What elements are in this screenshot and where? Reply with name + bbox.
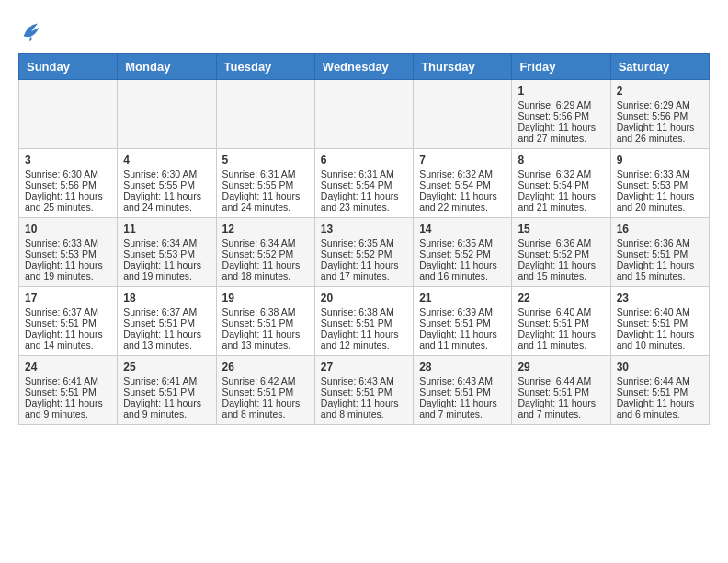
day-info: Sunset: 5:51 PM <box>123 386 210 397</box>
day-number: 27 <box>321 361 407 373</box>
day-info: Sunset: 5:55 PM <box>222 179 309 190</box>
day-info: Sunrise: 6:39 AM <box>419 306 506 317</box>
day-info: Sunset: 5:53 PM <box>123 248 210 259</box>
day-info: Daylight: 11 hours and 9 minutes. <box>25 397 111 419</box>
calendar-cell: 17Sunrise: 6:37 AMSunset: 5:51 PMDayligh… <box>19 287 118 356</box>
day-number: 3 <box>25 154 111 167</box>
logo <box>18 18 48 44</box>
calendar-cell: 6Sunrise: 6:31 AMSunset: 5:54 PMDaylight… <box>314 149 413 218</box>
day-info: Sunset: 5:56 PM <box>25 179 111 190</box>
calendar-cell <box>216 80 314 149</box>
day-info: Sunset: 5:51 PM <box>617 386 703 397</box>
calendar-cell: 9Sunrise: 6:33 AMSunset: 5:53 PMDaylight… <box>610 149 709 218</box>
day-info: Daylight: 11 hours and 6 minutes. <box>617 397 703 419</box>
day-info: Sunset: 5:52 PM <box>222 248 309 259</box>
calendar-cell: 2Sunrise: 6:29 AMSunset: 5:56 PMDaylight… <box>610 80 709 149</box>
calendar-cell: 28Sunrise: 6:43 AMSunset: 5:51 PMDayligh… <box>414 356 512 425</box>
day-info: Daylight: 11 hours and 23 minutes. <box>321 190 407 213</box>
day-info: Daylight: 11 hours and 20 minutes. <box>617 190 703 213</box>
day-info: Sunset: 5:51 PM <box>419 386 506 397</box>
day-info: Sunset: 5:51 PM <box>518 386 604 397</box>
col-header-saturday: Saturday <box>610 54 709 80</box>
day-info: Sunrise: 6:38 AM <box>222 306 309 317</box>
day-info: Sunrise: 6:31 AM <box>321 168 407 179</box>
day-info: Sunrise: 6:38 AM <box>321 306 407 317</box>
day-info: Sunrise: 6:35 AM <box>419 237 506 248</box>
day-number: 17 <box>25 292 111 304</box>
day-info: Sunrise: 6:43 AM <box>321 375 407 386</box>
calendar-body: 1Sunrise: 6:29 AMSunset: 5:56 PMDaylight… <box>19 80 710 425</box>
day-info: Sunrise: 6:36 AM <box>617 237 703 248</box>
day-number: 15 <box>518 223 604 236</box>
calendar-cell: 19Sunrise: 6:38 AMSunset: 5:51 PMDayligh… <box>216 287 314 356</box>
calendar-cell: 25Sunrise: 6:41 AMSunset: 5:51 PMDayligh… <box>118 356 216 425</box>
day-info: Daylight: 11 hours and 18 minutes. <box>222 259 309 282</box>
calendar-cell: 5Sunrise: 6:31 AMSunset: 5:55 PMDaylight… <box>216 149 314 218</box>
day-number: 13 <box>321 223 407 236</box>
day-info: Daylight: 11 hours and 8 minutes. <box>222 397 309 419</box>
day-number: 9 <box>617 154 703 167</box>
day-number: 24 <box>25 361 111 373</box>
day-info: Daylight: 11 hours and 22 minutes. <box>419 190 506 213</box>
week-row-5: 24Sunrise: 6:41 AMSunset: 5:51 PMDayligh… <box>19 356 710 425</box>
col-header-sunday: Sunday <box>19 54 118 80</box>
day-info: Sunset: 5:54 PM <box>518 179 604 190</box>
day-info: Daylight: 11 hours and 24 minutes. <box>222 190 309 213</box>
day-info: Sunrise: 6:40 AM <box>518 306 604 317</box>
col-header-tuesday: Tuesday <box>216 54 314 80</box>
day-number: 20 <box>321 292 407 304</box>
week-row-2: 3Sunrise: 6:30 AMSunset: 5:56 PMDaylight… <box>19 149 710 218</box>
calendar-cell: 27Sunrise: 6:43 AMSunset: 5:51 PMDayligh… <box>314 356 413 425</box>
calendar-cell: 1Sunrise: 6:29 AMSunset: 5:56 PMDaylight… <box>512 80 610 149</box>
col-header-monday: Monday <box>118 54 216 80</box>
day-info: Daylight: 11 hours and 11 minutes. <box>419 328 506 350</box>
day-info: Sunrise: 6:32 AM <box>419 168 506 179</box>
week-row-4: 17Sunrise: 6:37 AMSunset: 5:51 PMDayligh… <box>19 287 710 356</box>
calendar: SundayMondayTuesdayWednesdayThursdayFrid… <box>18 53 710 425</box>
day-info: Sunrise: 6:44 AM <box>617 375 703 386</box>
day-info: Sunrise: 6:41 AM <box>25 375 111 386</box>
calendar-cell: 30Sunrise: 6:44 AMSunset: 5:51 PMDayligh… <box>610 356 709 425</box>
day-number: 7 <box>419 154 506 167</box>
day-info: Daylight: 11 hours and 16 minutes. <box>419 259 506 282</box>
day-info: Daylight: 11 hours and 19 minutes. <box>25 259 111 282</box>
day-info: Daylight: 11 hours and 26 minutes. <box>617 121 703 144</box>
day-number: 12 <box>222 223 309 236</box>
day-number: 1 <box>518 85 604 98</box>
day-info: Daylight: 11 hours and 13 minutes. <box>123 328 210 350</box>
day-info: Sunrise: 6:37 AM <box>25 306 111 317</box>
day-number: 19 <box>222 292 309 304</box>
day-info: Sunset: 5:51 PM <box>617 317 703 328</box>
calendar-cell: 11Sunrise: 6:34 AMSunset: 5:53 PMDayligh… <box>118 218 216 287</box>
day-info: Sunrise: 6:36 AM <box>518 237 604 248</box>
day-info: Sunset: 5:52 PM <box>419 248 506 259</box>
day-info: Sunrise: 6:29 AM <box>518 99 604 110</box>
day-info: Sunrise: 6:34 AM <box>123 237 210 248</box>
day-number: 18 <box>123 292 210 304</box>
day-info: Daylight: 11 hours and 14 minutes. <box>25 328 111 350</box>
day-info: Sunrise: 6:40 AM <box>617 306 703 317</box>
calendar-cell: 3Sunrise: 6:30 AMSunset: 5:56 PMDaylight… <box>19 149 118 218</box>
calendar-cell: 15Sunrise: 6:36 AMSunset: 5:52 PMDayligh… <box>512 218 610 287</box>
day-info: Sunset: 5:51 PM <box>25 386 111 397</box>
day-info: Daylight: 11 hours and 24 minutes. <box>123 190 210 213</box>
col-header-thursday: Thursday <box>414 54 512 80</box>
calendar-cell: 24Sunrise: 6:41 AMSunset: 5:51 PMDayligh… <box>19 356 118 425</box>
day-number: 2 <box>617 85 703 98</box>
day-info: Sunrise: 6:42 AM <box>222 375 309 386</box>
calendar-cell: 4Sunrise: 6:30 AMSunset: 5:55 PMDaylight… <box>118 149 216 218</box>
calendar-cell <box>19 80 118 149</box>
day-number: 10 <box>25 223 111 236</box>
calendar-cell: 23Sunrise: 6:40 AMSunset: 5:51 PMDayligh… <box>610 287 709 356</box>
logo-bird-icon <box>18 18 44 44</box>
day-info: Daylight: 11 hours and 12 minutes. <box>321 328 407 350</box>
calendar-cell: 16Sunrise: 6:36 AMSunset: 5:51 PMDayligh… <box>610 218 709 287</box>
day-number: 25 <box>123 361 210 373</box>
day-info: Sunset: 5:51 PM <box>25 317 111 328</box>
day-number: 26 <box>222 361 309 373</box>
day-info: Daylight: 11 hours and 15 minutes. <box>518 259 604 282</box>
day-info: Sunrise: 6:44 AM <box>518 375 604 386</box>
calendar-cell: 26Sunrise: 6:42 AMSunset: 5:51 PMDayligh… <box>216 356 314 425</box>
day-info: Sunset: 5:55 PM <box>123 179 210 190</box>
calendar-header: SundayMondayTuesdayWednesdayThursdayFrid… <box>19 54 710 80</box>
